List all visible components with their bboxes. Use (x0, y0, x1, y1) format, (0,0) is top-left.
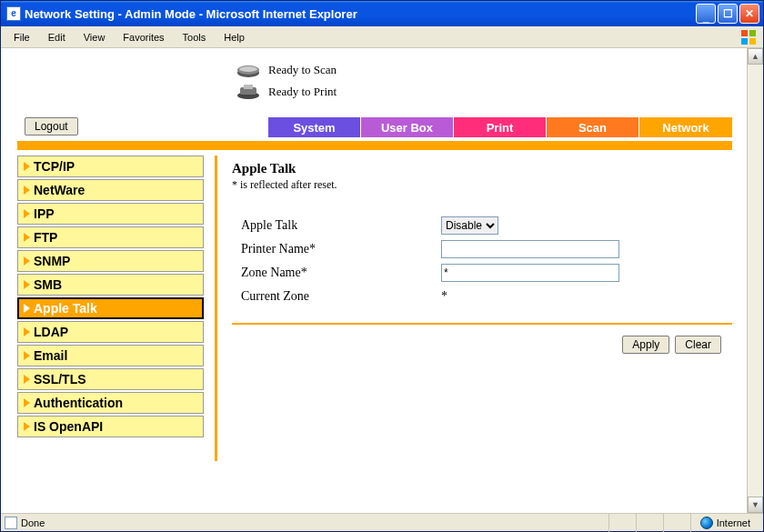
status-zone-cell: Internet (690, 514, 759, 532)
triangle-icon (24, 351, 30, 360)
status-cell (663, 514, 690, 532)
sidebar-item-smb[interactable]: SMB (17, 274, 204, 296)
status-text: Done (21, 517, 45, 528)
sidebar-item-ssl-tls[interactable]: SSL/TLS (17, 368, 204, 390)
sidebar-item-label: TCP/IP (34, 159, 75, 174)
triangle-icon (24, 256, 30, 266)
printer-icon (236, 84, 261, 100)
sidebar: TCP/IPNetWareIPPFTPSNMPSMBApple TalkLDAP… (17, 156, 217, 461)
maximize-button[interactable]: ☐ (718, 4, 738, 24)
scroll-track[interactable] (748, 65, 763, 497)
vertical-scrollbar[interactable]: ▲ ▼ (747, 48, 763, 513)
menu-favorites[interactable]: Favorites (114, 29, 173, 45)
minimize-button[interactable]: _ (696, 4, 716, 24)
triangle-icon (24, 233, 30, 242)
section-tabs: System User Box Print Scan Network (268, 117, 732, 137)
select-appletalk[interactable]: Disable (441, 216, 498, 235)
scanner-icon (236, 62, 261, 78)
scroll-down-icon[interactable]: ▼ (748, 497, 763, 513)
sidebar-item-ipp[interactable]: IPP (17, 203, 204, 225)
triangle-icon (24, 280, 30, 289)
globe-icon (700, 517, 713, 529)
main-panel: Apple Talk * is reflected after reset. A… (217, 156, 732, 354)
sidebar-item-label: Authentication (34, 396, 123, 410)
input-printer-name[interactable] (441, 240, 619, 258)
row-current-zone: Current Zone * (232, 285, 732, 308)
sidebar-item-label: FTP (34, 230, 57, 245)
ie-window: e Network Setting - Admin Mode - Microso… (0, 0, 764, 532)
sidebar-item-label: Apple Talk (34, 301, 97, 316)
window-buttons: _ ☐ ✕ (696, 4, 759, 24)
status-zone-text: Internet (717, 517, 750, 528)
menu-help[interactable]: Help (215, 29, 254, 45)
sidebar-item-label: SNMP (34, 254, 70, 268)
label-appletalk: Apple Talk (241, 218, 441, 233)
apply-button[interactable]: Apply (622, 336, 669, 354)
close-button[interactable]: ✕ (739, 4, 759, 24)
svg-rect-1 (749, 30, 756, 36)
tab-system[interactable]: System (268, 117, 361, 137)
window-title: Network Setting - Admin Mode - Microsoft… (25, 7, 357, 21)
svg-rect-9 (244, 85, 253, 89)
sidebar-item-email[interactable]: Email (17, 345, 204, 366)
triangle-icon (24, 327, 30, 336)
viewport: Ready to Scan Ready to Print Logout Syst… (1, 48, 763, 513)
statusbar: Done Internet (1, 513, 763, 531)
svg-rect-0 (741, 30, 748, 36)
sidebar-item-ldap[interactable]: LDAP (17, 321, 204, 343)
sidebar-item-label: SMB (34, 277, 62, 292)
sidebar-item-ftp[interactable]: FTP (17, 226, 204, 248)
tab-scan[interactable]: Scan (547, 117, 639, 137)
sidebar-item-label: SSL/TLS (34, 372, 86, 386)
menu-view[interactable]: View (75, 29, 115, 45)
panel-actions: Apply Clear (232, 336, 732, 354)
label-zone-name: Zone Name* (241, 266, 441, 280)
sidebar-item-label: Email (34, 348, 67, 363)
scroll-up-icon[interactable]: ▲ (748, 48, 763, 65)
sidebar-item-apple-talk[interactable]: Apple Talk (17, 297, 204, 319)
triangle-icon (24, 398, 30, 407)
value-current-zone: * (441, 289, 447, 304)
triangle-icon (24, 375, 30, 384)
windows-flag-icon (738, 26, 759, 48)
sidebar-item-label: IPP (34, 206, 55, 221)
sidebar-item-netware[interactable]: NetWare (17, 179, 204, 201)
status-scan-text: Ready to Scan (268, 63, 337, 77)
sidebar-item-label: LDAP (34, 325, 68, 339)
titlebar: e Network Setting - Admin Mode - Microso… (1, 1, 763, 26)
label-printer-name: Printer Name* (241, 242, 441, 256)
topbar: Logout System User Box Print Scan Networ… (17, 117, 732, 137)
sidebar-item-tcp-ip[interactable]: TCP/IP (17, 156, 204, 177)
ie-app-icon: e (6, 6, 21, 21)
tab-print[interactable]: Print (454, 117, 547, 137)
clear-button[interactable]: Clear (675, 336, 721, 354)
sidebar-item-label: NetWare (34, 183, 85, 197)
sidebar-item-snmp[interactable]: SNMP (17, 250, 204, 272)
status-cell (608, 514, 636, 532)
input-zone-name[interactable] (441, 264, 619, 282)
triangle-icon (24, 186, 30, 195)
triangle-icon (24, 422, 30, 431)
panel-separator (232, 323, 732, 325)
panel-note: * is reflected after reset. (232, 178, 732, 192)
sidebar-item-authentication[interactable]: Authentication (17, 392, 204, 414)
sidebar-item-is-openapi[interactable]: IS OpenAPI (17, 416, 204, 437)
row-printer-name: Printer Name* (232, 237, 732, 261)
triangle-icon (24, 209, 30, 218)
menu-tools[interactable]: Tools (174, 29, 216, 45)
sidebar-item-label: IS OpenAPI (34, 419, 103, 434)
svg-point-6 (239, 66, 257, 72)
row-appletalk: Apple Talk Disable (232, 214, 732, 237)
tab-network[interactable]: Network (639, 117, 732, 137)
logout-button[interactable]: Logout (25, 117, 78, 136)
status-cell (636, 514, 663, 532)
status-print-text: Ready to Print (268, 85, 337, 99)
page-icon (5, 517, 17, 529)
columns: TCP/IPNetWareIPPFTPSNMPSMBApple TalkLDAP… (17, 156, 732, 461)
triangle-icon (24, 304, 30, 313)
device-status: Ready to Scan Ready to Print (236, 59, 732, 103)
tab-userbox[interactable]: User Box (361, 117, 454, 137)
status-print-row: Ready to Print (236, 81, 732, 103)
menu-file[interactable]: File (5, 29, 39, 45)
menu-edit[interactable]: Edit (39, 29, 75, 45)
